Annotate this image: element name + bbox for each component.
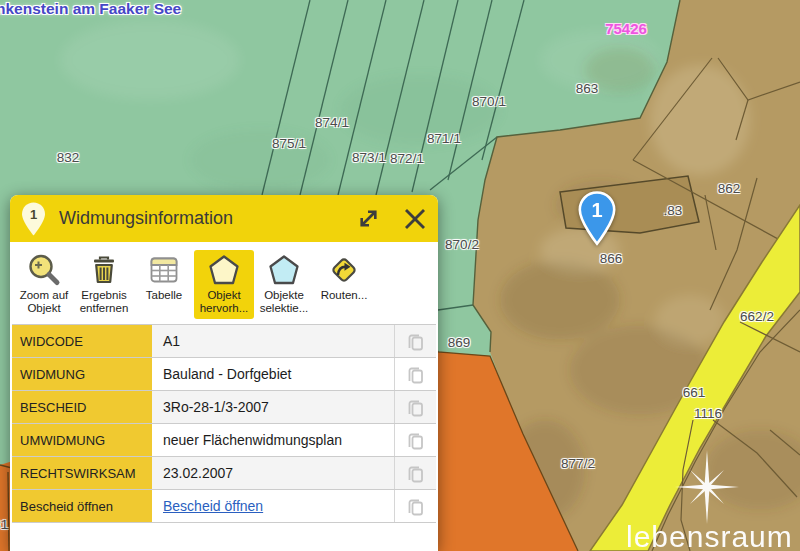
toolbar-button-tabelle[interactable]: Tabelle bbox=[134, 250, 194, 306]
row-value: neuer Flächenwidmungsplan bbox=[152, 424, 394, 456]
toolbar-button-objekte-selektieren[interactable]: Objekte selektie... bbox=[254, 250, 314, 319]
parcel-label: 863 bbox=[576, 81, 599, 96]
expand-icon bbox=[357, 207, 380, 230]
row-label: BESCHEID bbox=[12, 391, 152, 423]
parcel-label: 661 bbox=[683, 385, 706, 400]
toolbar-button-routen[interactable]: Routen... bbox=[314, 250, 374, 306]
toolbar-button-label: Ergebnis entfernen bbox=[74, 289, 134, 315]
table-row-umwidmung: UMWIDMUNG neuer Flächenwidmungsplan bbox=[12, 424, 436, 457]
row-value: 3Ro-28-1/3-2007 bbox=[152, 391, 394, 423]
parcel-label: 831 bbox=[0, 517, 8, 532]
row-label: WIDMUNG bbox=[12, 358, 152, 390]
parcel-label: 862 bbox=[718, 181, 741, 196]
copy-button[interactable] bbox=[406, 364, 425, 385]
copy-icon bbox=[406, 364, 425, 385]
result-badge: 1 bbox=[20, 201, 47, 237]
route-icon bbox=[327, 253, 361, 287]
badge-number: 1 bbox=[30, 207, 37, 222]
parcel-label: 874/1 bbox=[315, 115, 349, 130]
toolbar-button-label: Objekte selektie... bbox=[254, 289, 314, 315]
highlight-object-icon bbox=[207, 253, 241, 287]
parcel-label: 873/1 bbox=[352, 150, 386, 165]
marker-number: 1 bbox=[591, 199, 602, 221]
parcel-label: 870/2 bbox=[445, 237, 479, 252]
copy-icon bbox=[406, 331, 425, 352]
parcel-label: 866 bbox=[600, 251, 623, 266]
attribute-table: WIDCODE A1 WIDMUNG Bauland - Dorfgebiet bbox=[12, 324, 436, 523]
copy-icon bbox=[406, 430, 425, 451]
copy-icon bbox=[406, 496, 425, 517]
parcel-label: 871/1 bbox=[427, 131, 461, 146]
copy-button[interactable] bbox=[406, 430, 425, 451]
widmungsinformation-popup: 1 Widmungsinformation bbox=[10, 195, 438, 551]
copy-icon bbox=[406, 397, 425, 418]
copy-button[interactable] bbox=[406, 331, 425, 352]
row-value: 23.02.2007 bbox=[152, 457, 394, 489]
row-value: A1 bbox=[152, 325, 394, 357]
popup-title: Widmungsinformation bbox=[59, 208, 233, 229]
parcel-label: 869 bbox=[448, 335, 471, 350]
toolbar-button-objekt-hervorheben[interactable]: Objekt hervorh... bbox=[194, 250, 254, 319]
parcel-label: 1116 bbox=[694, 406, 722, 421]
toolbar-button-label: Routen... bbox=[321, 289, 368, 302]
parcel-label: .83 bbox=[664, 203, 683, 218]
copy-button[interactable] bbox=[406, 397, 425, 418]
parcel-label: 872/1 bbox=[390, 151, 424, 166]
municipality-label: nkenstein am Faaker See bbox=[0, 0, 181, 18]
close-popup-button[interactable] bbox=[402, 206, 428, 232]
lebensraum-star-icon bbox=[670, 450, 744, 524]
parcel-label: 875/1 bbox=[272, 136, 306, 151]
copy-button[interactable] bbox=[406, 463, 425, 484]
parcel-label: 870/1 bbox=[472, 94, 506, 109]
trash-icon bbox=[87, 253, 121, 287]
lebensraum-logo: lebensraum bbox=[626, 520, 793, 551]
parcel-label: 832 bbox=[57, 150, 80, 165]
result-marker-pin[interactable]: 1 bbox=[577, 190, 617, 246]
select-objects-icon bbox=[267, 253, 301, 287]
expand-popup-button[interactable] bbox=[357, 207, 380, 230]
toolbar-button-label: Zoom auf Objekt bbox=[14, 289, 74, 315]
row-label: UMWIDMUNG bbox=[12, 424, 152, 456]
row-label: Bescheid öffnen bbox=[12, 490, 152, 522]
table-row-widmung: WIDMUNG Bauland - Dorfgebiet bbox=[12, 358, 436, 391]
toolbar-button-label: Tabelle bbox=[146, 289, 182, 302]
parcel-label: 662/2 bbox=[740, 309, 774, 324]
row-label: WIDCODE bbox=[12, 325, 152, 357]
parcel-label: 877/2 bbox=[561, 456, 595, 471]
table-row-bescheid-oeffnen: Bescheid öffnen Bescheid öffnen bbox=[12, 490, 436, 523]
bescheid-oeffnen-link[interactable]: Bescheid öffnen bbox=[163, 498, 263, 514]
table-icon bbox=[147, 253, 181, 287]
zoom-icon bbox=[27, 253, 61, 287]
cadastre-number-label: 75426 bbox=[605, 20, 647, 37]
close-icon bbox=[402, 206, 428, 232]
popup-toolbar: Zoom auf Objekt Ergebnis entfernen bbox=[10, 242, 438, 321]
row-value: Bauland - Dorfgebiet bbox=[152, 358, 394, 390]
copy-icon bbox=[406, 463, 425, 484]
table-row-widcode: WIDCODE A1 bbox=[12, 325, 436, 358]
table-row-rechtswirksam: RECHTSWIRKSAM 23.02.2007 bbox=[12, 457, 436, 490]
toolbar-button-label: Objekt hervorh... bbox=[194, 289, 254, 315]
table-row-bescheid: BESCHEID 3Ro-28-1/3-2007 bbox=[12, 391, 436, 424]
popup-header: 1 Widmungsinformation bbox=[10, 195, 438, 242]
row-label: RECHTSWIRKSAM bbox=[12, 457, 152, 489]
copy-button[interactable] bbox=[406, 496, 425, 517]
toolbar-button-ergebnis-entfernen[interactable]: Ergebnis entfernen bbox=[74, 250, 134, 319]
toolbar-button-zoom-auf-objekt[interactable]: Zoom auf Objekt bbox=[14, 250, 74, 319]
gis-app-screen: 832875/1874/1873/1872/1871/1870/1863862.… bbox=[0, 0, 800, 551]
